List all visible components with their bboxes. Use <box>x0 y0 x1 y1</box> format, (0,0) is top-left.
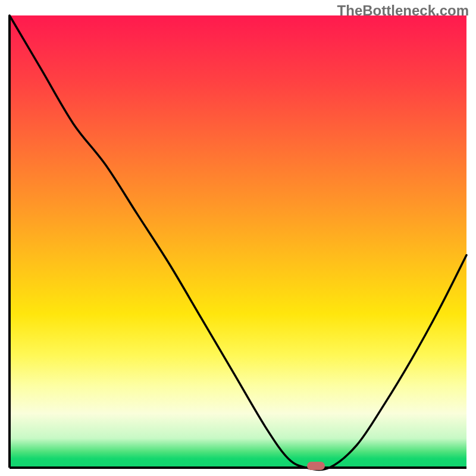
chart-container: TheBottleneck.com <box>0 0 476 476</box>
bottleneck-curve <box>10 15 466 469</box>
chart-svg <box>10 15 466 468</box>
watermark-text: TheBottleneck.com <box>337 2 469 19</box>
minimum-marker <box>307 462 325 470</box>
plot-area <box>10 15 466 468</box>
